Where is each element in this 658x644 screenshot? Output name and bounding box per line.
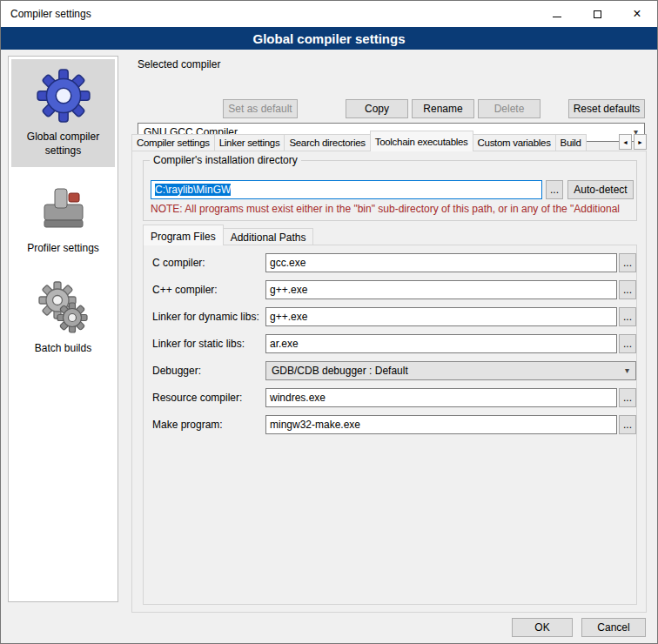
resource-compiler-label: Resource compiler:: [152, 392, 242, 404]
make-program-value: mingw32-make.exe: [270, 419, 360, 431]
reset-defaults-button[interactable]: Reset defaults: [568, 99, 645, 118]
profiler-tool-icon: [37, 182, 90, 236]
scroll-right-icon: ►: [637, 139, 643, 145]
debugger-label: Debugger:: [152, 365, 201, 377]
program-files-panel: C compiler: gcc.exe ... C++ compiler: g+…: [143, 245, 637, 605]
installation-directory-value: C:\raylib\MinGW: [155, 184, 231, 196]
titlebar: Compiler settings ×: [1, 1, 657, 27]
linker-dynamic-browse-button[interactable]: ...: [619, 307, 636, 326]
tab-search-directories[interactable]: Search directories: [284, 134, 370, 151]
compiler-settings-dialog: Compiler settings × Global compiler sett…: [0, 0, 658, 644]
toolchain-executables-panel: Compiler's installation directory C:\ray…: [131, 151, 647, 613]
close-button[interactable]: ×: [617, 1, 657, 27]
form-row-linker-static: Linker for static libs: ar.exe ...: [144, 334, 636, 353]
linker-dynamic-input[interactable]: g++.exe: [265, 307, 617, 326]
form-row-cpp-compiler: C++ compiler: g++.exe ...: [144, 280, 636, 299]
c-compiler-value: gcc.exe: [270, 257, 306, 269]
auto-detect-button[interactable]: Auto-detect: [567, 180, 634, 199]
copy-button[interactable]: Copy: [346, 99, 408, 118]
chevron-down-icon: ▾: [625, 366, 629, 375]
cancel-button[interactable]: Cancel: [581, 618, 646, 637]
cpp-compiler-value: g++.exe: [270, 284, 307, 296]
window-title: Compiler settings: [1, 8, 91, 20]
make-program-input[interactable]: mingw32-make.exe: [265, 415, 617, 434]
maximize-icon: [594, 10, 601, 18]
resource-compiler-value: windres.exe: [270, 392, 326, 404]
tab-toolchain-executables[interactable]: Toolchain executables: [370, 131, 473, 151]
tab-scroll-right-button[interactable]: ►: [634, 134, 647, 150]
maximize-button[interactable]: [577, 1, 617, 27]
tab-custom-variables[interactable]: Custom variables: [473, 134, 556, 151]
settings-sidebar: Global compiler settings Profiler settin…: [8, 56, 118, 602]
resource-compiler-input[interactable]: windres.exe: [265, 388, 617, 407]
form-row-make-program: Make program: mingw32-make.exe ...: [144, 415, 636, 434]
sidebar-item-label: Batch builds: [35, 342, 91, 356]
sidebar-item-label: Global compiler settings: [13, 131, 113, 158]
tab-scroll-left-button[interactable]: ◄: [619, 134, 632, 150]
form-row-debugger: Debugger: GDB/CDB debugger : Default ▾: [144, 361, 636, 380]
subtab-program-files[interactable]: Program Files: [143, 225, 224, 245]
c-compiler-browse-button[interactable]: ...: [619, 253, 636, 272]
installation-directory-note: NOTE: All programs must exist either in …: [151, 203, 634, 215]
tab-build-options[interactable]: Build: [555, 134, 587, 151]
tab-strip: Compiler settings Linker settings Search…: [131, 131, 647, 151]
close-icon: ×: [633, 7, 641, 21]
cpp-compiler-browse-button[interactable]: ...: [619, 280, 636, 299]
sidebar-item-profiler-settings[interactable]: Profiler settings: [11, 174, 115, 265]
linker-static-label: Linker for static libs:: [152, 338, 245, 350]
minimize-button[interactable]: [537, 1, 577, 27]
cpp-compiler-input[interactable]: g++.exe: [265, 280, 617, 299]
make-program-label: Make program:: [152, 419, 223, 431]
rename-button[interactable]: Rename: [412, 99, 474, 118]
tab-strip-clip: Compiler settings Linker settings Search…: [131, 131, 615, 151]
set-as-default-button[interactable]: Set as default: [223, 99, 298, 118]
sidebar-item-global-compiler-settings[interactable]: Global compiler settings: [11, 59, 115, 167]
subtab-additional-paths[interactable]: Additional Paths: [223, 228, 314, 245]
form-row-resource-compiler: Resource compiler: windres.exe ...: [144, 388, 636, 407]
installation-directory-group: Compiler's installation directory C:\ray…: [143, 160, 637, 221]
window-controls: ×: [537, 1, 657, 27]
make-program-browse-button[interactable]: ...: [619, 415, 636, 434]
installation-directory-browse-button[interactable]: ...: [546, 180, 563, 199]
form-row-linker-dynamic: Linker for dynamic libs: g++.exe ...: [144, 307, 636, 326]
delete-button[interactable]: Delete: [478, 99, 540, 118]
tab-linker-settings[interactable]: Linker settings: [214, 134, 285, 151]
selected-compiler-label: Selected compiler: [138, 58, 220, 70]
form-row-c-compiler: C compiler: gcc.exe ...: [144, 253, 636, 272]
linker-dynamic-value: g++.exe: [270, 311, 307, 323]
installation-directory-input[interactable]: C:\raylib\MinGW: [151, 180, 542, 199]
tab-scroll-controls: ◄ ►: [619, 134, 647, 151]
ok-button[interactable]: OK: [512, 618, 573, 637]
gear-icon: [35, 67, 92, 124]
debugger-select[interactable]: GDB/CDB debugger : Default ▾: [265, 361, 636, 380]
linker-static-value: ar.exe: [270, 338, 299, 350]
debugger-value: GDB/CDB debugger : Default: [272, 365, 408, 377]
c-compiler-input[interactable]: gcc.exe: [265, 253, 617, 272]
sidebar-item-batch-builds[interactable]: Batch builds: [11, 272, 115, 366]
scroll-left-icon: ◄: [622, 139, 628, 145]
installation-directory-group-title: Compiler's installation directory: [150, 154, 301, 166]
linker-static-input[interactable]: ar.exe: [265, 334, 617, 353]
minimize-icon: [553, 17, 561, 17]
tab-compiler-settings[interactable]: Compiler settings: [131, 134, 215, 151]
cpp-compiler-label: C++ compiler:: [152, 284, 218, 296]
c-compiler-label: C compiler:: [152, 257, 205, 269]
batch-gears-icon: [36, 280, 91, 336]
sub-tab-strip: Program Files Additional Paths: [143, 225, 312, 245]
dialog-header: Global compiler settings: [1, 27, 657, 50]
linker-static-browse-button[interactable]: ...: [619, 334, 636, 353]
resource-compiler-browse-button[interactable]: ...: [619, 388, 636, 407]
linker-dynamic-label: Linker for dynamic libs:: [152, 311, 259, 323]
sidebar-item-label: Profiler settings: [27, 242, 99, 256]
